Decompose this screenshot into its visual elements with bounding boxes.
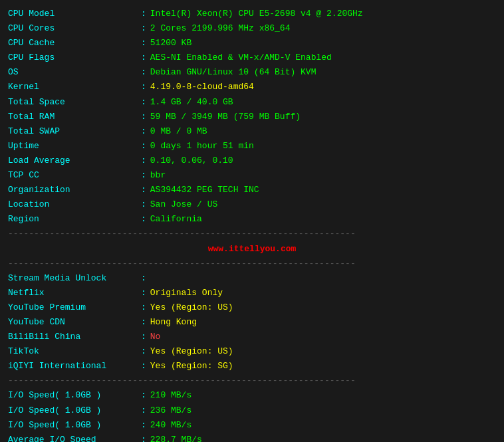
- io-speed1-colon: :: [141, 388, 146, 403]
- location-label: Location: [8, 197, 141, 212]
- io-speed1-row: I/O Speed( 1.0GB ) : 210 MB/s: [8, 388, 496, 403]
- bilibili-value: No: [150, 330, 161, 344]
- os-label: OS: [8, 65, 141, 80]
- total-swap-label: Total SWAP: [8, 124, 141, 139]
- youtube-cdn-value: Hong Kong: [150, 315, 197, 330]
- uptime-value: 0 days 1 hour 51 min: [150, 139, 254, 154]
- org-colon: :: [141, 183, 146, 197]
- total-space-colon: :: [141, 95, 146, 110]
- total-ram-colon: :: [141, 110, 146, 124]
- cpu-model-label: CPU Model: [8, 7, 141, 21]
- netflix-colon: :: [141, 286, 146, 300]
- total-swap-value: 0 MB / 0 MB: [150, 124, 207, 139]
- youtube-cdn-label: YouTube CDN: [8, 315, 141, 330]
- io-speed3-colon: :: [141, 418, 146, 433]
- tiktok-value: Yes (Region: US): [150, 344, 233, 359]
- netflix-row: Netflix : Originals Only: [8, 286, 496, 300]
- total-space-label: Total Space: [8, 95, 141, 110]
- bilibili-colon: :: [141, 330, 146, 344]
- total-ram-row: Total RAM : 59 MB / 3949 MB (759 MB Buff…: [8, 110, 496, 124]
- tiktok-row: TikTok : Yes (Region: US): [8, 344, 496, 359]
- tiktok-colon: :: [141, 344, 146, 359]
- cpu-cache-label: CPU Cache: [8, 36, 141, 51]
- kernel-label: Kernel: [8, 80, 141, 94]
- iqiyi-colon: :: [141, 359, 146, 374]
- cpu-flags-row: CPU Flags : AES-NI Enabled & VM-x/AMD-V …: [8, 51, 496, 65]
- cpu-model-value: Intel(R) Xeon(R) CPU E5-2698 v4 @ 2.20GH…: [150, 7, 363, 21]
- io-avg-colon: :: [141, 433, 146, 442]
- region-label: Region: [8, 212, 141, 227]
- youtube-premium-label: YouTube Premium: [8, 300, 141, 315]
- io-avg-row: Average I/O Speed : 228.7 MB/s: [8, 433, 496, 442]
- region-row: Region : California: [8, 212, 496, 227]
- cpu-cores-label: CPU Cores: [8, 21, 141, 36]
- org-value: AS394432 PEG TECH INC: [150, 183, 259, 197]
- terminal: CPU Model : Intel(R) Xeon(R) CPU E5-2698…: [8, 7, 496, 442]
- bilibili-label: BiliBili China: [8, 330, 141, 344]
- io-speed2-row: I/O Speed( 1.0GB ) : 236 MB/s: [8, 403, 496, 418]
- org-row: Organization : AS394432 PEG TECH INC: [8, 183, 496, 197]
- uptime-row: Uptime : 0 days 1 hour 51 min: [8, 139, 496, 154]
- cpu-cache-colon: :: [141, 36, 146, 51]
- tcp-cc-colon: :: [141, 168, 146, 183]
- load-avg-colon: :: [141, 154, 146, 168]
- watermark: www.ittellyou.com: [8, 242, 496, 257]
- io-speed1-label: I/O Speed( 1.0GB ): [8, 388, 141, 403]
- youtube-cdn-colon: :: [141, 315, 146, 330]
- kernel-colon: :: [141, 80, 146, 94]
- cpu-cores-value: 2 Cores 2199.996 MHz x86_64: [150, 21, 291, 36]
- cpu-flags-label: CPU Flags: [8, 51, 141, 65]
- total-ram-label: Total RAM: [8, 110, 141, 124]
- kernel-row: Kernel : 4.19.0-8-cloud-amd64: [8, 80, 496, 94]
- divider-1: ----------------------------------------…: [8, 227, 496, 241]
- netflix-value: Originals Only: [150, 286, 223, 300]
- uptime-colon: :: [141, 139, 146, 154]
- tcp-cc-label: TCP CC: [8, 168, 141, 183]
- io-speed3-row: I/O Speed( 1.0GB ) : 240 MB/s: [8, 418, 496, 433]
- os-row: OS : Debian GNU/Linux 10 (64 Bit) KVM: [8, 65, 496, 80]
- netflix-label: Netflix: [8, 286, 141, 300]
- load-avg-label: Load Average: [8, 154, 141, 168]
- location-value: San Jose / US: [150, 197, 217, 212]
- tiktok-label: TikTok: [8, 344, 141, 359]
- total-swap-colon: :: [141, 124, 146, 139]
- cpu-cores-row: CPU Cores : 2 Cores 2199.996 MHz x86_64: [8, 21, 496, 36]
- cpu-cache-value: 51200 KB: [150, 36, 191, 51]
- youtube-premium-colon: :: [141, 300, 146, 315]
- divider-2: ----------------------------------------…: [8, 257, 496, 271]
- os-value: Debian GNU/Linux 10 (64 Bit) KVM: [150, 65, 316, 80]
- cpu-cores-colon: :: [141, 21, 146, 36]
- iqiyi-row: iQIYI International : Yes (Region: SG): [8, 359, 496, 374]
- location-row: Location : San Jose / US: [8, 197, 496, 212]
- stream-header-label: Stream Media Unlock: [8, 271, 141, 286]
- io-speed1-value: 210 MB/s: [150, 388, 191, 403]
- tcp-cc-value: bbr: [150, 168, 166, 183]
- cpu-model-row: CPU Model : Intel(R) Xeon(R) CPU E5-2698…: [8, 7, 496, 21]
- io-speed2-label: I/O Speed( 1.0GB ): [8, 403, 141, 418]
- region-value: California: [150, 212, 202, 227]
- cpu-model-colon: :: [141, 7, 146, 21]
- io-speed2-value: 236 MB/s: [150, 403, 191, 418]
- os-colon: :: [141, 65, 146, 80]
- location-colon: :: [141, 197, 146, 212]
- iqiyi-label: iQIYI International: [8, 359, 141, 374]
- cpu-flags-colon: :: [141, 51, 146, 65]
- region-colon: :: [141, 212, 146, 227]
- io-speed2-colon: :: [141, 403, 146, 418]
- total-space-value: 1.4 GB / 40.0 GB: [150, 95, 233, 110]
- stream-header-colon: :: [141, 271, 146, 286]
- cpu-flags-value: AES-NI Enabled & VM-x/AMD-V Enabled: [150, 51, 332, 65]
- io-speed3-label: I/O Speed( 1.0GB ): [8, 418, 141, 433]
- divider-3: ----------------------------------------…: [8, 374, 496, 388]
- total-space-row: Total Space : 1.4 GB / 40.0 GB: [8, 95, 496, 110]
- org-label: Organization: [8, 183, 141, 197]
- kernel-value: 4.19.0-8-cloud-amd64: [150, 80, 254, 94]
- stream-header-row: Stream Media Unlock :: [8, 271, 496, 286]
- bilibili-row: BiliBili China : No: [8, 330, 496, 344]
- load-avg-row: Load Average : 0.10, 0.06, 0.10: [8, 154, 496, 168]
- tcp-cc-row: TCP CC : bbr: [8, 168, 496, 183]
- uptime-label: Uptime: [8, 139, 141, 154]
- io-avg-label: Average I/O Speed: [8, 433, 141, 442]
- youtube-premium-value: Yes (Region: US): [150, 300, 233, 315]
- load-avg-value: 0.10, 0.06, 0.10: [150, 154, 233, 168]
